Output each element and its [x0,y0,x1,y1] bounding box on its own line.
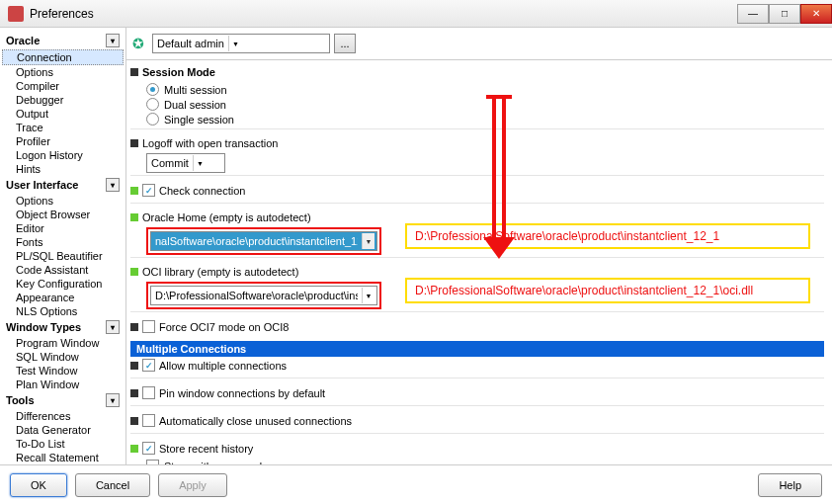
bullet-icon [130,445,138,453]
logoff-select[interactable]: Commit ▼ [146,153,225,173]
sidebar-item-logon-history[interactable]: Logon History [2,148,124,162]
minimize-button[interactable]: — [737,4,769,24]
category-user-interface[interactable]: User Interface▾ [2,176,124,194]
sidebar-item-trace[interactable]: Trace [2,121,124,134]
store-recent-checkbox[interactable] [142,442,155,455]
bullet-icon [130,362,138,370]
oracle-home-label: Oracle Home (empty is autodetect) [142,211,311,223]
ok-button[interactable]: OK [10,473,67,497]
radio-label: Single session [164,114,234,126]
store-password-label: Store with password [164,461,262,465]
bullet-icon [130,417,138,425]
check-connection-checkbox[interactable] [142,184,155,197]
allow-multi-conn-checkbox[interactable] [142,359,155,372]
autoclose-label: Automatically close unused connections [159,415,352,427]
sidebar-item-data-generator[interactable]: Data Generator [2,423,124,437]
allow-multi-conn-label: Allow multiple connections [159,360,287,372]
sidebar-item-plsql-beautifier[interactable]: PL/SQL Beautifier [2,249,124,263]
chevron-down-icon[interactable]: ▼ [193,155,207,171]
maximize-button[interactable]: □ [769,4,800,24]
multiple-connections-header: Multiple Connections [130,341,824,357]
title-bar: Preferences — □ ✕ [0,0,832,28]
session-mode-title: Session Mode [142,66,215,78]
logoff-value: Commit [151,157,189,169]
collapse-icon[interactable]: ▾ [106,320,120,334]
collapse-icon[interactable]: ▾ [106,34,120,47]
bullet-icon [130,268,138,276]
category-tools[interactable]: Tools▾ [2,391,124,409]
annotation-red-box: D:\ProfessionalSoftware\oracle\product\i… [146,282,381,309]
sidebar-item-hints[interactable]: Hints [2,162,124,176]
sidebar-item-code-assistant[interactable]: Code Assistant [2,263,124,277]
sidebar-item-output[interactable]: Output [2,107,124,121]
admin-select[interactable]: Default admin ▼ [152,34,330,53]
autoclose-checkbox[interactable] [142,414,155,427]
sidebar-item-nls-options[interactable]: NLS Options [2,304,124,318]
force-oci7-checkbox[interactable] [142,320,155,333]
bullet-icon [130,187,138,195]
apply-button[interactable]: Apply [158,473,227,497]
sidebar-item-recall-statement[interactable]: Recall Statement [2,451,124,464]
bullet-icon [130,213,138,221]
chevron-down-icon[interactable]: ▼ [362,288,374,303]
admin-more-button[interactable]: ... [334,34,356,53]
sidebar-item-sql-window[interactable]: SQL Window [2,350,124,364]
sidebar-item-ui-options[interactable]: Options [2,194,124,208]
sidebar-item-object-browser[interactable]: Object Browser [2,208,124,221]
admin-toolbar: ✪ Default admin ▼ ... [126,28,832,60]
sidebar-item-program-window[interactable]: Program Window [2,336,124,350]
radio-label: Dual session [164,99,226,111]
sidebar-item-differences[interactable]: Differences [2,409,124,423]
radio-label: Multi session [164,84,227,96]
oci-library-label: OCI library (empty is autodetect) [142,266,298,278]
close-button[interactable]: ✕ [800,4,832,24]
bullet-icon [130,389,138,397]
annotation-yellow-box: D:\ProfessionalSoftware\oracle\product\i… [405,278,810,303]
help-button[interactable]: Help [758,473,822,497]
admin-select-value: Default admin [157,38,224,49]
collapse-icon[interactable]: ▾ [106,393,120,407]
annotation-yellow-box: D:\ProfessionalSoftware\oracle\product\i… [405,223,810,249]
radio-dual-session[interactable] [146,98,159,111]
category-window-types[interactable]: Window Types▾ [2,318,124,336]
sidebar-item-todo-list[interactable]: To-Do List [2,437,124,451]
oci-library-value: D:\ProfessionalSoftware\oracle\product\i… [155,290,358,301]
cancel-button[interactable]: Cancel [75,473,150,497]
pin-window-label: Pin window connections by default [159,387,325,399]
sidebar-item-options[interactable]: Options [2,65,124,79]
preferences-tree[interactable]: Oracle▾ Connection Options Compiler Debu… [0,28,126,464]
bullet-icon [130,139,138,147]
app-icon [8,6,24,22]
sidebar-item-debugger[interactable]: Debugger [2,93,124,107]
bullet-icon [130,323,138,331]
store-password-checkbox[interactable] [146,460,159,464]
button-bar: OK Cancel Apply Help [0,464,832,504]
sidebar-item-editor[interactable]: Editor [2,221,124,235]
check-connection-label: Check connection [159,185,245,197]
admin-icon: ✪ [132,36,148,51]
sidebar-item-appearance[interactable]: Appearance [2,291,124,304]
logoff-label: Logoff with open transaction [142,137,278,149]
chevron-down-icon[interactable]: ▼ [228,36,242,51]
store-recent-label: Store recent history [159,443,253,455]
bullet-icon [130,68,138,76]
chevron-down-icon[interactable]: ▼ [362,233,374,249]
oracle-home-select[interactable]: nalSoftware\oracle\product\instantclient… [150,231,377,251]
radio-multi-session[interactable] [146,83,159,96]
window-title: Preferences [30,7,737,21]
sidebar-item-compiler[interactable]: Compiler [2,79,124,93]
sidebar-item-test-window[interactable]: Test Window [2,364,124,378]
oci-library-select[interactable]: D:\ProfessionalSoftware\oracle\product\i… [150,286,377,305]
sidebar-item-plan-window[interactable]: Plan Window [2,378,124,391]
sidebar-item-connection[interactable]: Connection [2,49,124,65]
pin-window-checkbox[interactable] [142,386,155,399]
radio-single-session[interactable] [146,113,159,126]
oracle-home-value: nalSoftware\oracle\product\instantclient… [155,235,358,247]
collapse-icon[interactable]: ▾ [106,178,120,192]
sidebar-item-profiler[interactable]: Profiler [2,134,124,148]
sidebar-item-key-config[interactable]: Key Configuration [2,277,124,291]
sidebar-item-fonts[interactable]: Fonts [2,235,124,249]
force-oci7-label: Force OCI7 mode on OCI8 [159,321,289,333]
annotation-red-box: nalSoftware\oracle\product\instantclient… [146,227,381,255]
category-oracle[interactable]: Oracle▾ [2,32,124,49]
